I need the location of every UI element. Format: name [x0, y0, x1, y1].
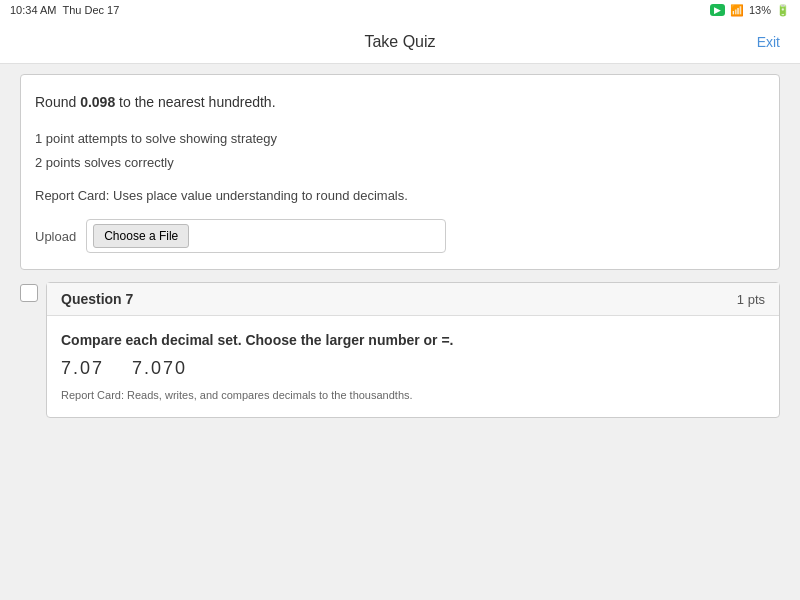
battery-text: 13%: [749, 4, 771, 16]
status-bar: 10:34 AM Thu Dec 17 ▶ 📶 13% 🔋: [0, 0, 800, 20]
wifi-icon: 📶: [730, 4, 744, 17]
scoring-line-1: 1 point attempts to solve showing strate…: [35, 127, 765, 150]
question-7-values: 7.07 7.070: [61, 358, 765, 379]
question-text: Round 0.098 to the nearest hundredth.: [35, 91, 765, 113]
day: Thu Dec 17: [62, 4, 119, 16]
scoring-info: 1 point attempts to solve showing strate…: [35, 127, 765, 174]
status-left: 10:34 AM Thu Dec 17: [10, 4, 119, 16]
report-card-text: Report Card: Uses place value understand…: [35, 188, 765, 203]
question-7-number: Question 7: [61, 291, 133, 307]
exit-button[interactable]: Exit: [757, 34, 780, 50]
question-7-header: Question 7 1 pts: [47, 283, 779, 316]
question-7-body: Compare each decimal set. Choose the lar…: [47, 316, 779, 417]
battery-icon: 🔋: [776, 4, 790, 17]
q7-value-1: 7.07: [61, 358, 104, 378]
q7-value-2: 7.070: [132, 358, 187, 378]
question-7-report: Report Card: Reads, writes, and compares…: [61, 389, 765, 401]
status-right: ▶ 📶 13% 🔋: [710, 4, 790, 17]
question-7-checkbox[interactable]: [20, 284, 38, 302]
main-content: Round 0.098 to the nearest hundredth. 1 …: [0, 64, 800, 600]
scoring-line-2: 2 points solves correctly: [35, 151, 765, 174]
question-7-points: 1 pts: [737, 292, 765, 307]
question-7-instruction: Compare each decimal set. Choose the lar…: [61, 332, 765, 348]
choose-file-button[interactable]: Choose a File: [93, 224, 189, 248]
upload-label: Upload: [35, 229, 76, 244]
file-input-wrapper: Choose a File: [86, 219, 446, 253]
camera-icon: ▶: [710, 4, 725, 16]
question-text-after: to the nearest hundredth.: [115, 94, 275, 110]
page-title: Take Quiz: [364, 33, 435, 51]
question-7-card: Question 7 1 pts Compare each decimal se…: [46, 282, 780, 418]
question-bold: 0.098: [80, 94, 115, 110]
upload-row: Upload Choose a File: [35, 219, 765, 253]
continuation-card: Round 0.098 to the nearest hundredth. 1 …: [20, 74, 780, 270]
time: 10:34 AM: [10, 4, 56, 16]
question-7-row: Question 7 1 pts Compare each decimal se…: [20, 282, 780, 418]
question-text-before: Round: [35, 94, 80, 110]
header: Take Quiz Exit: [0, 20, 800, 64]
